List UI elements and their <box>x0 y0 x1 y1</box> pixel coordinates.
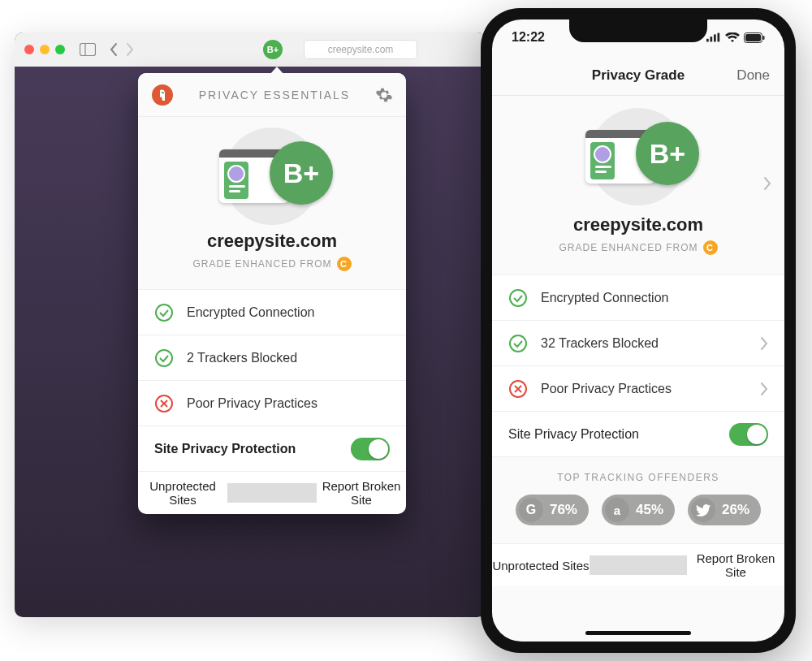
phone-grade-summary[interactable]: B+ creepysite.com GRADE ENHANCED FROM C <box>492 96 784 275</box>
trackers-label: 2 Trackers Blocked <box>187 351 297 365</box>
battery-icon <box>744 32 765 43</box>
grade-illustration: B+ <box>577 112 699 201</box>
check-circle-icon <box>508 288 528 308</box>
offender-pct: 76% <box>550 502 577 518</box>
check-circle-icon <box>508 334 528 353</box>
offender-pct: 45% <box>636 502 663 518</box>
sheet-nav-bar: Privacy Grade Done <box>492 55 784 96</box>
browser-chrome-bar: B+ creepysite.com <box>15 32 486 67</box>
svg-rect-9 <box>706 39 709 42</box>
grade-summary: B+ creepysite.com GRADE ENHANCED FROM C <box>138 117 406 290</box>
x-circle-icon <box>154 394 174 413</box>
svg-rect-14 <box>745 34 761 41</box>
popup-header: PRIVACY ESSENTIALS <box>138 73 406 117</box>
popup-footer: Unprotected Sites Report Broken Site <box>138 472 406 514</box>
offenders-title: TOP TRACKING OFFENDERS <box>492 472 784 483</box>
offender-pill[interactable]: 26% <box>688 495 761 525</box>
protection-toggle-row: Site Privacy Protection <box>138 426 406 472</box>
svg-rect-10 <box>710 37 713 41</box>
grade-badge: B+ <box>270 141 333 205</box>
svg-point-16 <box>510 290 526 306</box>
phone-frame: 12:22 Privacy Grade Done <box>481 8 796 653</box>
site-domain: creepysite.com <box>138 231 406 252</box>
encryption-label: Encrypted Connection <box>541 291 768 305</box>
divider <box>227 483 317 503</box>
popup-pointer <box>270 67 284 75</box>
sidebar-icon[interactable] <box>80 43 96 56</box>
divider <box>590 555 687 575</box>
offenders-row: G 76% a 45% 26% <box>492 495 784 525</box>
svg-rect-11 <box>714 34 716 41</box>
trackers-row[interactable]: 2 Trackers Blocked <box>138 335 406 381</box>
traffic-lights[interactable] <box>24 45 65 54</box>
practices-label: Poor Privacy Practices <box>187 396 317 411</box>
offender-pct: 26% <box>722 502 749 518</box>
twitter-icon <box>691 498 715 522</box>
unprotected-sites-link[interactable]: Unprotected Sites <box>492 559 590 572</box>
site-domain: creepysite.com <box>492 214 784 235</box>
duckduckgo-logo-icon <box>151 84 174 106</box>
protection-toggle[interactable] <box>729 423 768 446</box>
home-indicator[interactable] <box>585 631 691 635</box>
check-circle-icon <box>154 348 174 368</box>
x-circle-icon <box>508 379 528 399</box>
original-grade-badge: C <box>703 240 718 255</box>
back-icon[interactable] <box>109 42 119 57</box>
protection-toggle[interactable] <box>351 438 390 460</box>
practices-row[interactable]: Poor Privacy Practices <box>138 381 406 426</box>
google-icon: G <box>519 498 543 522</box>
enhanced-prefix: GRADE ENHANCED FROM <box>559 242 698 253</box>
trackers-row[interactable]: 32 Trackers Blocked <box>492 321 784 366</box>
svg-point-5 <box>156 350 172 366</box>
chevron-right-icon <box>760 382 768 396</box>
encryption-row[interactable]: Encrypted Connection <box>138 290 406 335</box>
desktop-browser-window: B+ creepysite.com PRIVACY ESSENTIALS B+ <box>15 32 486 617</box>
practices-label: Poor Privacy Practices <box>541 382 747 396</box>
minimize-window-icon[interactable] <box>40 45 50 54</box>
check-circle-icon <box>154 303 174 322</box>
unprotected-sites-link[interactable]: Unprotected Sites <box>138 479 227 507</box>
encryption-label: Encrypted Connection <box>187 305 314 320</box>
svg-rect-15 <box>763 36 765 40</box>
report-broken-site-link[interactable]: Report Broken Site <box>687 551 784 579</box>
practices-row[interactable]: Poor Privacy Practices <box>492 366 784 412</box>
done-button[interactable]: Done <box>724 67 770 84</box>
protection-toggle-label: Site Privacy Protection <box>154 442 351 456</box>
encryption-row[interactable]: Encrypted Connection <box>492 275 784 321</box>
close-window-icon[interactable] <box>24 45 34 54</box>
svg-rect-12 <box>718 33 720 42</box>
top-offenders-section: TOP TRACKING OFFENDERS G 76% a 45% <box>492 457 784 544</box>
chevron-right-icon <box>760 336 768 351</box>
grade-enhanced-line: GRADE ENHANCED FROM C <box>138 257 406 271</box>
offender-pill[interactable]: G 76% <box>516 495 589 525</box>
cellular-icon <box>706 32 721 42</box>
svg-point-4 <box>156 305 172 321</box>
forward-icon[interactable] <box>125 42 135 57</box>
protection-toggle-row: Site Privacy Protection <box>492 412 784 457</box>
offender-pill[interactable]: a 45% <box>602 495 675 525</box>
amazon-icon: a <box>605 498 629 522</box>
gear-icon[interactable] <box>375 86 393 104</box>
phone-screen: 12:22 Privacy Grade Done <box>492 19 784 642</box>
protection-toggle-label: Site Privacy Protection <box>508 427 729 442</box>
wifi-icon <box>725 32 740 43</box>
grade-illustration: B+ <box>211 132 333 221</box>
report-broken-site-link[interactable]: Report Broken Site <box>317 479 406 507</box>
svg-point-17 <box>510 335 526 352</box>
grade-badge: B+ <box>636 122 699 185</box>
trackers-label: 32 Trackers Blocked <box>541 336 747 351</box>
grade-enhanced-line: GRADE ENHANCED FROM C <box>492 240 784 255</box>
enhanced-prefix: GRADE ENHANCED FROM <box>192 258 331 270</box>
fullscreen-window-icon[interactable] <box>55 45 65 54</box>
phone-notch <box>569 19 707 42</box>
phone-footer: Unprotected Sites Report Broken Site <box>492 544 784 586</box>
address-bar[interactable]: creepysite.com <box>304 40 417 59</box>
status-time: 12:22 <box>512 30 545 45</box>
original-grade-badge: C <box>337 257 352 271</box>
toolbar-grade-badge[interactable]: B+ <box>263 40 283 59</box>
chevron-right-icon <box>763 176 771 191</box>
svg-rect-0 <box>80 44 96 56</box>
navigation-arrows <box>109 42 135 57</box>
popup-title: PRIVACY ESSENTIALS <box>174 89 375 102</box>
svg-rect-3 <box>162 92 164 93</box>
